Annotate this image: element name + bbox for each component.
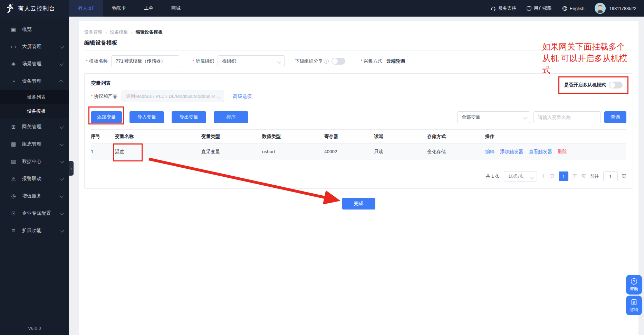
protocol-select-value: 通用Modbus / PLC / DL/Modbus/Modbus R1 — [126, 93, 215, 100]
gateway-icon: ⊞ — [10, 124, 17, 130]
toggle-knob — [609, 82, 615, 88]
row-register: 40002 — [324, 149, 374, 154]
sidebar-item-device-management[interactable]: ◔ 设备管理 — [0, 73, 69, 90]
row-type: 直采变量 — [201, 149, 262, 155]
sidebar-item-alarm-linkage[interactable]: ⚠ 报警联动 — [0, 170, 69, 187]
user-permissions[interactable]: 用户权限 — [527, 5, 552, 11]
share-toggle[interactable] — [331, 58, 345, 65]
sidebar-item-value-added-services[interactable]: ◷ 增值服务 — [0, 187, 69, 205]
brand-person-icon — [5, 3, 15, 13]
row-index: 1 — [91, 149, 115, 154]
app-title: 有人云控制台 — [18, 4, 55, 12]
service-support-label: 服务支持 — [498, 5, 516, 11]
annotation-line: 式 — [542, 64, 642, 76]
breadcrumb-separator — [131, 30, 132, 35]
sidebar-item-screen-management[interactable]: ▭ 大屏管理 — [0, 38, 69, 55]
chevron-down-icon — [60, 193, 64, 198]
logo[interactable]: 有人云控制台 — [0, 0, 69, 17]
template-name-input[interactable] — [111, 55, 179, 67]
delete-link[interactable]: 删除 — [558, 149, 567, 155]
overview-icon: ▣ — [10, 26, 17, 32]
row-value-type: ushort — [262, 149, 324, 154]
sidebar-collapse-handle[interactable]: ‹ — [69, 161, 74, 176]
protocol-select: 通用Modbus / PLC / DL/Modbus/Modbus R1 — [122, 91, 224, 102]
chevron-down-icon — [60, 141, 64, 146]
toggle-knob — [332, 58, 338, 64]
enterprise-config-icon: ⊡ — [10, 210, 17, 216]
collect-mode-label: 采集方式 — [361, 58, 382, 64]
nav-tab-iot[interactable]: 有人IoT — [69, 0, 103, 17]
breadcrumb-current: 编辑设备模板 — [136, 29, 163, 35]
export-variable-button[interactable]: 导出变量 — [172, 111, 206, 123]
screen-icon: ▭ — [10, 44, 17, 50]
chevron-left-icon: ‹ — [71, 166, 72, 170]
sidebar-item-overview[interactable]: ▣ 概览 — [0, 21, 69, 38]
table-row: 1 温度 直采变量 ushort 40002 只读 变化存储 编辑 添加触发器 … — [91, 143, 626, 160]
add-trigger-link[interactable]: 添加触发器 — [500, 149, 523, 155]
breadcrumb-device-management[interactable]: 设备管理 — [84, 29, 102, 35]
sidebar-item-device-template[interactable]: 设备模板 — [0, 104, 69, 118]
sidebar-item-data-center[interactable]: ▥ 数据中心 — [0, 153, 69, 170]
col-storage: 存储方式 — [427, 133, 485, 140]
current-page-button[interactable]: 1 — [559, 171, 568, 181]
help-float-button[interactable]: ? 帮助 — [626, 275, 642, 295]
device-icon: ◔ — [10, 78, 17, 84]
page-size-select[interactable]: 10条/页 — [504, 171, 537, 182]
multi-slave-annotation-box: 是否开启多从机模式 — [558, 76, 629, 94]
view-trigger-link[interactable]: 查看触发器 — [529, 149, 552, 155]
finish-button[interactable]: 完成 — [342, 198, 375, 210]
breadcrumb-separator — [105, 30, 107, 35]
col-type: 变量类型 — [201, 133, 262, 140]
org-select[interactable]: 根组织 — [218, 55, 285, 67]
advanced-options-link[interactable]: 高级选项 — [233, 93, 252, 100]
globe-icon — [562, 6, 567, 11]
variable-table: 序号 变量名称 变量类型 数值类型 寄存器 读写 存储方式 操作 1 温度 直采… — [91, 129, 626, 160]
edit-link[interactable]: 编辑 — [485, 149, 494, 155]
consult-float-button[interactable]: 咨询 — [626, 296, 642, 315]
shield-icon — [527, 6, 531, 11]
variable-list-title: 变量列表 — [91, 80, 626, 86]
variable-toolbar: 添加变量 导入变量 导出变量 排序 全部变量 查询 — [91, 111, 626, 123]
variable-search-input[interactable] — [534, 111, 601, 123]
help-question-icon[interactable]: ? — [324, 59, 329, 64]
nav-tab-mall[interactable]: 商城 — [162, 0, 190, 17]
sidebar-item-extensions[interactable]: ≣ 扩展功能 — [0, 222, 69, 239]
chevron-down-icon — [60, 228, 64, 232]
sidebar-item-scene-management[interactable]: ◈ 场景管理 — [0, 55, 69, 73]
variable-filter-select[interactable]: 全部变量 — [457, 111, 530, 123]
multi-slave-toggle[interactable] — [609, 82, 623, 89]
prev-page-button[interactable]: 上一页 — [541, 173, 555, 179]
row-actions: 编辑 添加触发器 查看触发器 删除 — [485, 149, 626, 155]
query-button[interactable]: 查询 — [604, 111, 626, 123]
annotation-note: 如果网关下面挂载多个 从机 可以开启多从机模 式 — [542, 41, 642, 76]
language-switcher[interactable]: English — [562, 6, 585, 11]
top-header: 有人云控制台 有人IoT 物联卡 工单 商城 服务支持 用户权限 English… — [0, 0, 644, 17]
goto-label: 前往 — [590, 173, 599, 179]
row-rw: 只读 — [374, 149, 427, 155]
org-label: 所属组织 — [192, 58, 214, 64]
row-storage: 变化存储 — [427, 149, 485, 155]
help-icon: ? — [631, 278, 637, 285]
add-variable-button[interactable]: 添加变量 — [91, 111, 122, 123]
col-value-type: 数值类型 — [262, 133, 324, 140]
nav-tab-workorder[interactable]: 工单 — [135, 0, 162, 17]
goto-page-input[interactable] — [603, 171, 618, 181]
next-page-button[interactable]: 下一页 — [573, 173, 586, 179]
chevron-down-icon — [60, 159, 64, 163]
service-support[interactable]: 服务支持 — [491, 5, 516, 11]
sidebar-item-device-list[interactable]: 设备列表 — [0, 90, 69, 104]
share-label: 下级组织分享 — [295, 58, 323, 64]
sidebar-item-scada-management[interactable]: ▦ 组态管理 — [0, 136, 69, 153]
annotation-line: 从机 可以开启多从机模 — [542, 53, 642, 64]
breadcrumb-device-template[interactable]: 设备模板 — [110, 29, 128, 35]
help-label: 帮助 — [630, 287, 638, 292]
chevron-down-icon — [60, 124, 64, 129]
account-menu[interactable]: 19811788522 — [595, 3, 636, 14]
sidebar-item-gateway-management[interactable]: ⊞ 网关管理 — [0, 118, 69, 136]
nav-tab-sim[interactable]: 物联卡 — [103, 0, 135, 17]
sort-button[interactable]: 排序 — [214, 111, 248, 123]
sidebar-item-enterprise-config[interactable]: ⊡ 企业专属配置 — [0, 205, 69, 222]
import-variable-button[interactable]: 导入变量 — [129, 111, 164, 123]
collect-mode-value: 云端轮询 — [386, 58, 405, 64]
org-select-value: 根组织 — [222, 58, 236, 64]
